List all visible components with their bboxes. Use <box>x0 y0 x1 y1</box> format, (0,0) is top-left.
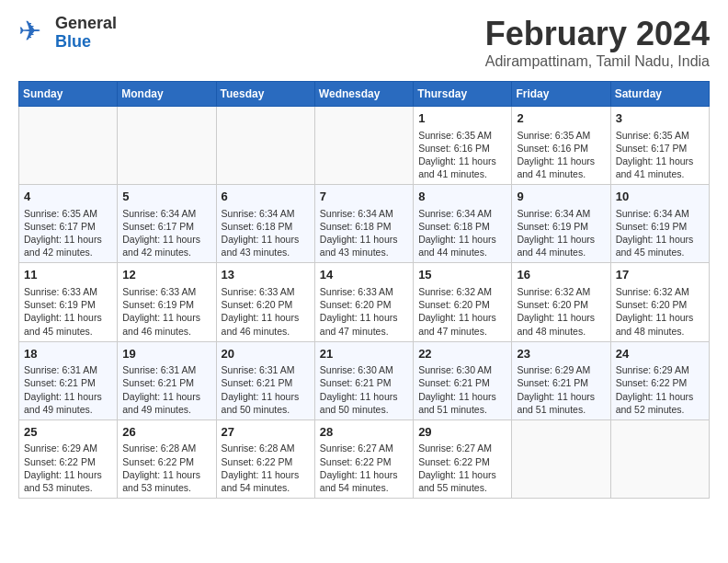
calendar-cell: 1Sunrise: 6:35 AM Sunset: 6:16 PM Daylig… <box>414 107 512 185</box>
day-number: 3 <box>616 110 704 127</box>
day-number: 2 <box>517 110 605 127</box>
calendar-body: 1Sunrise: 6:35 AM Sunset: 6:16 PM Daylig… <box>19 107 710 499</box>
day-info: Sunrise: 6:32 AM Sunset: 6:20 PM Dayligh… <box>517 285 605 338</box>
day-number: 24 <box>616 346 704 362</box>
day-info: Sunrise: 6:35 AM Sunset: 6:16 PM Dayligh… <box>418 129 506 181</box>
day-number: 13 <box>222 267 310 283</box>
logo-blue: Blue <box>55 32 91 51</box>
calendar-week-row: 1Sunrise: 6:35 AM Sunset: 6:16 PM Daylig… <box>19 107 710 185</box>
calendar-cell: 8Sunrise: 6:34 AM Sunset: 6:18 PM Daylig… <box>414 185 512 263</box>
day-info: Sunrise: 6:35 AM Sunset: 6:17 PM Dayligh… <box>616 129 704 181</box>
calendar-cell <box>118 107 216 185</box>
logo-general: General <box>55 14 117 32</box>
day-info: Sunrise: 6:34 AM Sunset: 6:18 PM Dayligh… <box>222 207 310 259</box>
day-info: Sunrise: 6:31 AM Sunset: 6:21 PM Dayligh… <box>24 363 112 416</box>
day-number: 23 <box>517 346 605 362</box>
day-number: 17 <box>616 267 704 283</box>
calendar-cell: 6Sunrise: 6:34 AM Sunset: 6:18 PM Daylig… <box>216 185 314 263</box>
day-number: 20 <box>222 346 310 362</box>
day-info: Sunrise: 6:33 AM Sunset: 6:20 PM Dayligh… <box>320 285 408 338</box>
calendar-cell: 17Sunrise: 6:32 AM Sunset: 6:20 PM Dayli… <box>610 263 709 341</box>
logo-icon: ✈ <box>18 15 51 52</box>
day-number: 9 <box>517 189 605 205</box>
day-number: 14 <box>320 267 408 283</box>
column-header-wednesday: Wednesday <box>314 82 413 107</box>
calendar-cell: 9Sunrise: 6:34 AM Sunset: 6:19 PM Daylig… <box>512 185 610 263</box>
calendar-week-row: 18Sunrise: 6:31 AM Sunset: 6:21 PM Dayli… <box>19 341 710 419</box>
day-info: Sunrise: 6:27 AM Sunset: 6:22 PM Dayligh… <box>320 442 408 494</box>
day-number: 18 <box>24 346 112 362</box>
main-title: February 2024 <box>485 15 710 53</box>
calendar-cell: 19Sunrise: 6:31 AM Sunset: 6:21 PM Dayli… <box>118 341 216 419</box>
calendar-cell: 26Sunrise: 6:28 AM Sunset: 6:22 PM Dayli… <box>118 419 216 498</box>
day-number: 22 <box>418 346 506 362</box>
day-number: 8 <box>418 189 506 205</box>
day-info: Sunrise: 6:29 AM Sunset: 6:22 PM Dayligh… <box>616 363 704 416</box>
calendar-header-row: SundayMondayTuesdayWednesdayThursdayFrid… <box>19 82 710 107</box>
column-header-thursday: Thursday <box>414 82 512 107</box>
day-info: Sunrise: 6:30 AM Sunset: 6:21 PM Dayligh… <box>418 363 506 416</box>
column-header-saturday: Saturday <box>610 82 709 107</box>
day-info: Sunrise: 6:32 AM Sunset: 6:20 PM Dayligh… <box>418 285 506 338</box>
day-info: Sunrise: 6:34 AM Sunset: 6:18 PM Dayligh… <box>418 207 506 259</box>
calendar-cell: 27Sunrise: 6:28 AM Sunset: 6:22 PM Dayli… <box>216 419 314 498</box>
day-info: Sunrise: 6:30 AM Sunset: 6:21 PM Dayligh… <box>320 363 408 416</box>
calendar-cell: 13Sunrise: 6:33 AM Sunset: 6:20 PM Dayli… <box>216 263 314 341</box>
calendar-cell: 10Sunrise: 6:34 AM Sunset: 6:19 PM Dayli… <box>610 185 709 263</box>
svg-text:✈: ✈ <box>18 16 41 46</box>
calendar-cell <box>610 419 709 498</box>
day-info: Sunrise: 6:33 AM Sunset: 6:20 PM Dayligh… <box>222 285 310 338</box>
day-number: 5 <box>122 189 210 205</box>
day-info: Sunrise: 6:33 AM Sunset: 6:19 PM Dayligh… <box>122 285 210 338</box>
calendar-week-row: 11Sunrise: 6:33 AM Sunset: 6:19 PM Dayli… <box>19 263 710 341</box>
calendar-cell: 16Sunrise: 6:32 AM Sunset: 6:20 PM Dayli… <box>512 263 610 341</box>
day-info: Sunrise: 6:28 AM Sunset: 6:22 PM Dayligh… <box>222 442 310 494</box>
day-info: Sunrise: 6:34 AM Sunset: 6:17 PM Dayligh… <box>122 207 210 259</box>
calendar-cell: 5Sunrise: 6:34 AM Sunset: 6:17 PM Daylig… <box>118 185 216 263</box>
calendar-cell: 4Sunrise: 6:35 AM Sunset: 6:17 PM Daylig… <box>19 185 118 263</box>
day-info: Sunrise: 6:27 AM Sunset: 6:22 PM Dayligh… <box>418 442 506 494</box>
day-info: Sunrise: 6:33 AM Sunset: 6:19 PM Dayligh… <box>24 285 112 338</box>
calendar-table: SundayMondayTuesdayWednesdayThursdayFrid… <box>18 81 710 499</box>
subtitle: Adirampattinam, Tamil Nadu, India <box>485 53 710 70</box>
calendar-cell: 20Sunrise: 6:31 AM Sunset: 6:21 PM Dayli… <box>216 341 314 419</box>
calendar-cell <box>19 107 118 185</box>
day-info: Sunrise: 6:29 AM Sunset: 6:21 PM Dayligh… <box>517 363 605 416</box>
calendar-cell <box>512 419 610 498</box>
day-info: Sunrise: 6:28 AM Sunset: 6:22 PM Dayligh… <box>122 442 210 494</box>
day-info: Sunrise: 6:35 AM Sunset: 6:16 PM Dayligh… <box>517 129 605 181</box>
calendar-cell: 29Sunrise: 6:27 AM Sunset: 6:22 PM Dayli… <box>414 419 512 498</box>
day-info: Sunrise: 6:31 AM Sunset: 6:21 PM Dayligh… <box>222 363 310 416</box>
day-number: 1 <box>418 110 506 127</box>
column-header-monday: Monday <box>118 82 216 107</box>
calendar-cell: 12Sunrise: 6:33 AM Sunset: 6:19 PM Dayli… <box>118 263 216 341</box>
day-number: 10 <box>616 189 704 205</box>
day-info: Sunrise: 6:32 AM Sunset: 6:20 PM Dayligh… <box>616 285 704 338</box>
day-info: Sunrise: 6:35 AM Sunset: 6:17 PM Dayligh… <box>24 207 112 259</box>
day-number: 19 <box>122 346 210 362</box>
day-number: 21 <box>320 346 408 362</box>
calendar-cell: 18Sunrise: 6:31 AM Sunset: 6:21 PM Dayli… <box>19 341 118 419</box>
day-info: Sunrise: 6:34 AM Sunset: 6:18 PM Dayligh… <box>320 207 408 259</box>
day-info: Sunrise: 6:34 AM Sunset: 6:19 PM Dayligh… <box>517 207 605 259</box>
calendar-cell: 15Sunrise: 6:32 AM Sunset: 6:20 PM Dayli… <box>414 263 512 341</box>
calendar-cell: 3Sunrise: 6:35 AM Sunset: 6:17 PM Daylig… <box>610 107 709 185</box>
day-number: 6 <box>222 189 310 205</box>
calendar-cell: 11Sunrise: 6:33 AM Sunset: 6:19 PM Dayli… <box>19 263 118 341</box>
column-header-sunday: Sunday <box>19 82 118 107</box>
column-header-tuesday: Tuesday <box>216 82 314 107</box>
day-number: 27 <box>222 424 310 441</box>
logo-text: General Blue <box>55 15 117 52</box>
page-header: ✈ General Blue February 2024 Adirampatti… <box>18 15 710 70</box>
day-number: 16 <box>517 267 605 283</box>
calendar-cell: 21Sunrise: 6:30 AM Sunset: 6:21 PM Dayli… <box>314 341 413 419</box>
calendar-cell: 7Sunrise: 6:34 AM Sunset: 6:18 PM Daylig… <box>314 185 413 263</box>
title-section: February 2024 Adirampattinam, Tamil Nadu… <box>485 15 710 70</box>
calendar-cell <box>216 107 314 185</box>
day-number: 25 <box>24 424 112 441</box>
day-number: 15 <box>418 267 506 283</box>
calendar-week-row: 25Sunrise: 6:29 AM Sunset: 6:22 PM Dayli… <box>19 419 710 498</box>
day-number: 29 <box>418 424 506 441</box>
calendar-cell: 14Sunrise: 6:33 AM Sunset: 6:20 PM Dayli… <box>314 263 413 341</box>
day-info: Sunrise: 6:34 AM Sunset: 6:19 PM Dayligh… <box>616 207 704 259</box>
